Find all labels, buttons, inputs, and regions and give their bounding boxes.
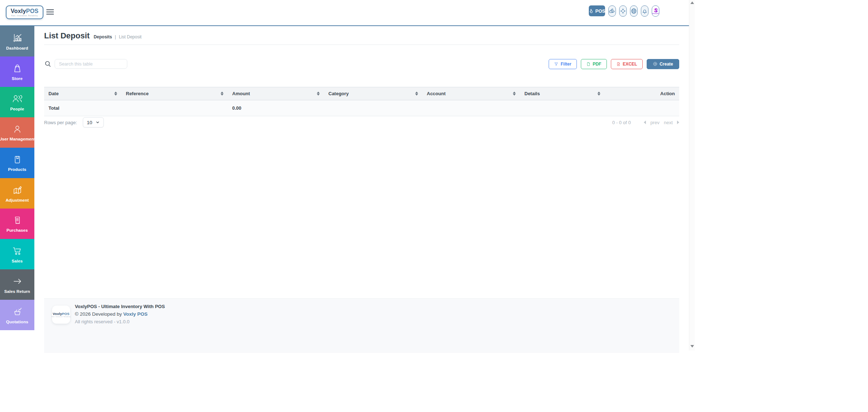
app-window: VoxlyPOS Fast. Innovative. Reliability P… — [0, 0, 868, 412]
table-toolbar: Filter PDF EXCEL Create — [44, 59, 679, 69]
table-total-row: Total 0.00 — [44, 100, 679, 116]
sidebar-item-dashboard[interactable]: Dashboard — [0, 26, 34, 56]
pagination-info: 0 - 0 of 0 prev next — [612, 120, 679, 125]
sidebar-item-label: Purchases — [7, 228, 28, 232]
sidebar-item-user-management[interactable]: User Management — [0, 117, 34, 148]
app-logo[interactable]: VoxlyPOS Fast. Innovative. Reliability — [6, 5, 43, 19]
rows-per-page-label: Rows per page: — [44, 120, 77, 125]
sidebar-item-quotations[interactable]: Quotations — [0, 300, 34, 330]
footer-logo-text: VoxlyPOS — [53, 312, 69, 316]
pagination-range: 0 - 0 of 0 — [612, 120, 631, 125]
filter-funnel-icon — [554, 62, 558, 66]
sidebar-item-products[interactable]: Products — [0, 148, 34, 178]
globe-icon — [630, 8, 637, 14]
chevron-down-icon — [95, 120, 100, 125]
sidebar-item-label: Store — [12, 76, 23, 81]
cloud-backup-button[interactable] — [608, 5, 616, 17]
footer-line3: All rights reserved - v1.0.0 — [75, 319, 165, 324]
filter-button[interactable]: Filter — [549, 59, 576, 69]
notifications-button[interactable] — [641, 5, 648, 17]
app-logo-text: VoxlyPOS — [11, 8, 39, 14]
table-header-row: Date Reference Amount Category Account D… — [44, 87, 679, 100]
sort-icon[interactable] — [415, 92, 418, 96]
breadcrumb-divider: | — [115, 34, 116, 39]
sort-icon[interactable] — [114, 92, 117, 96]
footer-logo-tagline: Fast. Innovative. Reliability — [52, 316, 71, 318]
adjustment-pencil-icon — [12, 185, 23, 196]
stocky-logo-icon: S — [654, 8, 657, 13]
sidebar-item-label: Quotations — [6, 320, 29, 324]
sidebar-item-label: Sales — [12, 259, 23, 263]
sort-icon[interactable] — [317, 92, 320, 96]
rows-per-page-select[interactable]: 10 — [83, 117, 104, 127]
sidebar-item-label: Sales Return — [4, 289, 30, 294]
dashboard-chart-icon — [12, 33, 23, 43]
sidebar-item-adjustment[interactable]: Adjustment — [0, 178, 34, 209]
excel-button-label: EXCEL — [623, 62, 637, 67]
total-label: Total — [44, 100, 122, 116]
sidebar-item-label: People — [10, 107, 24, 111]
menu-toggle-icon[interactable] — [46, 9, 54, 14]
stocky-logo-caption: STOCKY — [652, 13, 659, 14]
column-header-action: Action — [605, 87, 679, 100]
sales-cart-icon — [12, 245, 23, 256]
sales-return-arrow-icon — [12, 276, 23, 287]
filter-button-label: Filter — [561, 62, 571, 67]
column-header-category[interactable]: Category — [324, 87, 422, 100]
prev-arrow-icon[interactable] — [644, 121, 646, 124]
scroll-down-arrow-icon[interactable] — [690, 345, 694, 348]
search-icon — [44, 60, 52, 68]
create-button-label: Create — [660, 62, 673, 67]
user-avatar-button[interactable]: S STOCKY — [652, 5, 659, 17]
product-box-icon — [12, 155, 22, 165]
column-header-amount[interactable]: Amount — [228, 87, 324, 100]
fullscreen-button[interactable] — [619, 5, 627, 17]
sort-icon[interactable] — [513, 92, 516, 96]
search-input[interactable] — [55, 59, 127, 69]
page-header: List Deposit Deposits | List Deposit — [44, 31, 141, 41]
sort-icon[interactable] — [221, 92, 224, 96]
cloud-moon-icon — [609, 8, 616, 14]
pdf-export-button[interactable]: PDF — [581, 59, 607, 69]
column-header-details[interactable]: Details — [520, 87, 605, 100]
footer-line1: VoxlyPOS - Ultimate Inventory With POS — [75, 304, 165, 309]
footer-line2: © 2026 Developed by Voxly POS — [75, 311, 165, 317]
pos-button-label: POS — [595, 8, 605, 14]
next-button[interactable]: next — [664, 120, 673, 125]
scroll-up-arrow-icon[interactable] — [690, 1, 694, 4]
sidebar-item-sales-return[interactable]: Sales Return — [0, 269, 34, 300]
footer: VoxlyPOS Fast. Innovative. Reliability V… — [44, 298, 679, 353]
pos-button[interactable]: POS — [589, 5, 605, 16]
pagination-nav: prev next — [644, 120, 679, 125]
sort-icon[interactable] — [597, 92, 600, 96]
sidebar-item-people[interactable]: People — [0, 87, 34, 117]
developer-link[interactable]: Voxly POS — [123, 311, 148, 317]
sidebar-item-purchases[interactable]: Purchases — [0, 209, 34, 239]
deposits-table: Date Reference Amount Category Account D… — [44, 87, 679, 116]
column-header-reference[interactable]: Reference — [122, 87, 228, 100]
sidebar-item-store[interactable]: Store — [0, 56, 34, 87]
sidebar-item-label: Adjustment — [5, 198, 29, 202]
rows-per-page-value: 10 — [87, 120, 92, 125]
excel-export-button[interactable]: EXCEL — [611, 59, 643, 69]
next-arrow-icon[interactable] — [677, 121, 679, 124]
footer-text: VoxlyPOS - Ultimate Inventory With POS ©… — [75, 304, 165, 324]
vertical-scrollbar[interactable] — [689, 0, 695, 350]
sidebar-item-label: Products — [8, 167, 26, 172]
excel-file-icon — [616, 62, 621, 66]
user-icon — [12, 124, 22, 134]
breadcrumb-section: Deposits — [94, 34, 112, 39]
page-title: List Deposit — [44, 31, 90, 41]
touch-pointer-icon — [589, 9, 593, 13]
sidebar-item-sales[interactable]: Sales — [0, 239, 34, 269]
language-button[interactable] — [630, 5, 638, 17]
total-amount: 0.00 — [228, 100, 324, 116]
column-header-date[interactable]: Date — [44, 87, 122, 100]
column-header-account[interactable]: Account — [422, 87, 520, 100]
prev-button[interactable]: prev — [650, 120, 659, 125]
action-buttons: Filter PDF EXCEL Create — [549, 59, 679, 69]
search-area — [44, 59, 127, 69]
app-logo-tagline: Fast. Innovative. Reliability — [11, 14, 38, 17]
header-divider — [44, 45, 679, 45]
create-button[interactable]: Create — [647, 59, 679, 69]
